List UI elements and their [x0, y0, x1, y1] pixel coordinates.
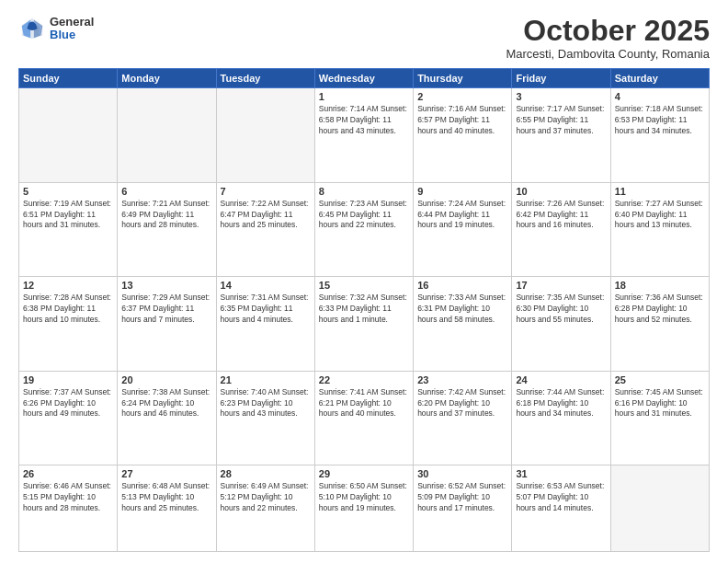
day-number: 14	[221, 280, 311, 291]
day-cell: 3Sunrise: 7:17 AM Sunset: 6:55 PM Daylig…	[512, 88, 610, 183]
day-number: 23	[417, 374, 507, 385]
day-info: Sunrise: 7:29 AM Sunset: 6:37 PM Dayligh…	[121, 293, 211, 326]
day-cell: 20Sunrise: 7:38 AM Sunset: 6:24 PM Dayli…	[118, 371, 216, 465]
header-row: Sunday Monday Tuesday Wednesday Thursday…	[19, 69, 710, 88]
day-info: Sunrise: 7:24 AM Sunset: 6:44 PM Dayligh…	[417, 199, 507, 232]
day-cell: 31Sunrise: 6:53 AM Sunset: 5:07 PM Dayli…	[512, 465, 610, 552]
day-cell: 1Sunrise: 7:14 AM Sunset: 6:58 PM Daylig…	[314, 88, 413, 183]
day-number: 19	[23, 374, 113, 385]
day-cell: 19Sunrise: 7:37 AM Sunset: 6:26 PM Dayli…	[19, 371, 118, 465]
day-number: 12	[23, 280, 113, 291]
day-info: Sunrise: 6:49 AM Sunset: 5:12 PM Dayligh…	[221, 481, 311, 514]
day-info: Sunrise: 6:50 AM Sunset: 5:10 PM Dayligh…	[319, 481, 409, 514]
day-number: 27	[121, 468, 211, 479]
day-cell: 6Sunrise: 7:21 AM Sunset: 6:49 PM Daylig…	[118, 182, 216, 277]
week-row-1: 1Sunrise: 7:14 AM Sunset: 6:58 PM Daylig…	[19, 88, 710, 183]
col-tuesday: Tuesday	[216, 69, 314, 88]
day-cell: 21Sunrise: 7:40 AM Sunset: 6:23 PM Dayli…	[216, 371, 314, 465]
week-row-2: 5Sunrise: 7:19 AM Sunset: 6:51 PM Daylig…	[19, 182, 710, 277]
day-number: 18	[615, 280, 705, 291]
header: General Blue October 2025 Marcesti, Damb…	[18, 15, 710, 61]
col-monday: Monday	[118, 69, 216, 88]
col-sunday: Sunday	[19, 69, 118, 88]
day-info: Sunrise: 7:37 AM Sunset: 6:26 PM Dayligh…	[23, 387, 113, 420]
logo-blue: Blue	[50, 29, 94, 41]
day-number: 25	[615, 374, 705, 385]
title-block: October 2025 Marcesti, Dambovita County,…	[506, 15, 710, 61]
day-info: Sunrise: 7:17 AM Sunset: 6:55 PM Dayligh…	[516, 104, 606, 137]
page: General Blue October 2025 Marcesti, Damb…	[0, 0, 728, 563]
day-number: 13	[121, 280, 211, 291]
logo-text: General Blue	[50, 16, 94, 42]
day-number: 29	[319, 468, 409, 479]
day-info: Sunrise: 7:27 AM Sunset: 6:40 PM Dayligh…	[615, 199, 705, 232]
day-cell	[216, 88, 314, 183]
logo: General Blue	[18, 15, 94, 42]
day-cell: 7Sunrise: 7:22 AM Sunset: 6:47 PM Daylig…	[216, 182, 314, 277]
day-cell: 28Sunrise: 6:49 AM Sunset: 5:12 PM Dayli…	[216, 465, 314, 552]
day-cell: 22Sunrise: 7:41 AM Sunset: 6:21 PM Dayli…	[314, 371, 413, 465]
day-number: 22	[319, 374, 409, 385]
day-number: 10	[516, 186, 606, 197]
day-number: 26	[23, 468, 113, 479]
day-number: 2	[417, 91, 507, 102]
day-number: 20	[121, 374, 211, 385]
day-cell: 27Sunrise: 6:48 AM Sunset: 5:13 PM Dayli…	[118, 465, 216, 552]
day-info: Sunrise: 7:45 AM Sunset: 6:16 PM Dayligh…	[615, 387, 705, 420]
day-number: 24	[516, 374, 606, 385]
week-row-4: 19Sunrise: 7:37 AM Sunset: 6:26 PM Dayli…	[19, 371, 710, 465]
logo-general: General	[50, 16, 94, 29]
day-info: Sunrise: 6:48 AM Sunset: 5:13 PM Dayligh…	[121, 481, 211, 514]
day-number: 28	[221, 468, 311, 479]
day-cell	[118, 88, 216, 183]
day-number: 6	[121, 186, 211, 197]
location: Marcesti, Dambovita County, Romania	[506, 47, 710, 61]
day-info: Sunrise: 7:28 AM Sunset: 6:38 PM Dayligh…	[23, 293, 113, 326]
day-number: 11	[615, 186, 705, 197]
day-number: 3	[516, 91, 606, 102]
day-cell: 16Sunrise: 7:33 AM Sunset: 6:31 PM Dayli…	[414, 277, 512, 372]
col-friday: Friday	[512, 69, 610, 88]
day-cell: 12Sunrise: 7:28 AM Sunset: 6:38 PM Dayli…	[19, 277, 118, 372]
day-cell	[19, 88, 118, 183]
day-number: 9	[417, 186, 507, 197]
logo-icon	[18, 15, 46, 42]
day-cell	[610, 465, 709, 552]
day-cell: 9Sunrise: 7:24 AM Sunset: 6:44 PM Daylig…	[414, 182, 512, 277]
day-number: 8	[319, 186, 409, 197]
col-wednesday: Wednesday	[314, 69, 413, 88]
day-number: 15	[319, 280, 409, 291]
day-info: Sunrise: 7:44 AM Sunset: 6:18 PM Dayligh…	[516, 387, 606, 420]
day-info: Sunrise: 7:16 AM Sunset: 6:57 PM Dayligh…	[417, 104, 507, 137]
day-info: Sunrise: 7:18 AM Sunset: 6:53 PM Dayligh…	[615, 104, 705, 137]
day-cell: 25Sunrise: 7:45 AM Sunset: 6:16 PM Dayli…	[610, 371, 709, 465]
day-cell: 26Sunrise: 6:46 AM Sunset: 5:15 PM Dayli…	[19, 465, 118, 552]
day-number: 17	[516, 280, 606, 291]
day-info: Sunrise: 7:35 AM Sunset: 6:30 PM Dayligh…	[516, 293, 606, 326]
day-cell: 8Sunrise: 7:23 AM Sunset: 6:45 PM Daylig…	[314, 182, 413, 277]
day-cell: 11Sunrise: 7:27 AM Sunset: 6:40 PM Dayli…	[610, 182, 709, 277]
day-cell: 14Sunrise: 7:31 AM Sunset: 6:35 PM Dayli…	[216, 277, 314, 372]
day-info: Sunrise: 7:40 AM Sunset: 6:23 PM Dayligh…	[221, 387, 311, 420]
day-info: Sunrise: 6:53 AM Sunset: 5:07 PM Dayligh…	[516, 481, 606, 514]
day-cell: 18Sunrise: 7:36 AM Sunset: 6:28 PM Dayli…	[610, 277, 709, 372]
day-cell: 2Sunrise: 7:16 AM Sunset: 6:57 PM Daylig…	[414, 88, 512, 183]
col-thursday: Thursday	[414, 69, 512, 88]
day-number: 7	[221, 186, 311, 197]
day-info: Sunrise: 7:38 AM Sunset: 6:24 PM Dayligh…	[121, 387, 211, 420]
day-cell: 15Sunrise: 7:32 AM Sunset: 6:33 PM Dayli…	[314, 277, 413, 372]
day-number: 30	[417, 468, 507, 479]
day-info: Sunrise: 7:41 AM Sunset: 6:21 PM Dayligh…	[319, 387, 409, 420]
day-info: Sunrise: 6:46 AM Sunset: 5:15 PM Dayligh…	[23, 481, 113, 514]
day-info: Sunrise: 7:14 AM Sunset: 6:58 PM Dayligh…	[319, 104, 409, 137]
day-number: 16	[417, 280, 507, 291]
day-info: Sunrise: 6:52 AM Sunset: 5:09 PM Dayligh…	[417, 481, 507, 514]
day-info: Sunrise: 7:42 AM Sunset: 6:20 PM Dayligh…	[417, 387, 507, 420]
day-info: Sunrise: 7:22 AM Sunset: 6:47 PM Dayligh…	[221, 199, 311, 232]
day-info: Sunrise: 7:26 AM Sunset: 6:42 PM Dayligh…	[516, 199, 606, 232]
day-number: 4	[615, 91, 705, 102]
day-cell: 13Sunrise: 7:29 AM Sunset: 6:37 PM Dayli…	[118, 277, 216, 372]
day-cell: 5Sunrise: 7:19 AM Sunset: 6:51 PM Daylig…	[19, 182, 118, 277]
day-info: Sunrise: 7:23 AM Sunset: 6:45 PM Dayligh…	[319, 199, 409, 232]
day-number: 21	[221, 374, 311, 385]
